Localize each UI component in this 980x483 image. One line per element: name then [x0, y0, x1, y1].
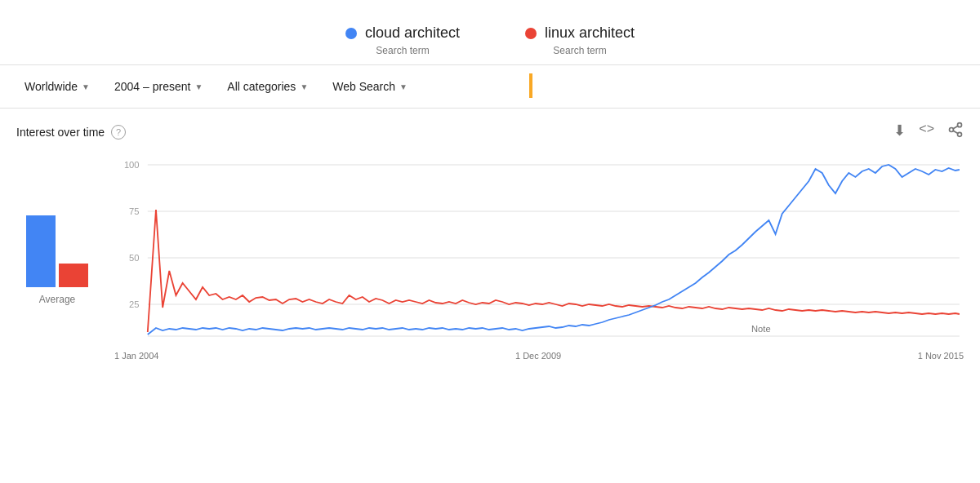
svg-text:25: 25	[129, 299, 139, 309]
location-filter[interactable]: Worldwide ▼	[16, 75, 98, 98]
search-type-filter[interactable]: Web Search ▼	[324, 75, 416, 98]
download-icon[interactable]: ⬇	[893, 122, 906, 142]
search-type-label: Web Search	[332, 80, 395, 93]
cloud-architect-label: cloud architect	[365, 24, 460, 42]
x-labels: 1 Jan 2004 1 Dec 2009 1 Nov 2015	[114, 351, 964, 361]
blue-line	[148, 165, 960, 335]
embed-icon[interactable]: <>	[919, 122, 934, 142]
x-label-2009: 1 Dec 2009	[515, 351, 561, 361]
category-filter[interactable]: All categories ▼	[219, 75, 316, 98]
chart-area: Average 100 75 50 25 Note 1 Jan 2004 1 D…	[0, 148, 980, 377]
filter-bar: Worldwide ▼ 2004 – present ▼ All categor…	[0, 64, 980, 109]
search-type-arrow: ▼	[399, 82, 408, 91]
svg-text:50: 50	[129, 253, 139, 263]
legend-item-linux-architect: linux architect Search term	[525, 24, 635, 56]
x-label-2004: 1 Jan 2004	[114, 351, 158, 361]
category-label: All categories	[227, 80, 296, 93]
main-chart: 100 75 50 25 Note 1 Jan 2004 1 Dec 2009 …	[114, 148, 964, 377]
legend: cloud architect Search term linux archit…	[0, 0, 980, 64]
location-label: Worldwide	[24, 80, 78, 93]
category-arrow: ▼	[300, 82, 308, 91]
svg-text:75: 75	[129, 206, 139, 216]
cloud-architect-sublabel: Search term	[376, 45, 429, 56]
legend-item-cloud-architect: cloud architect Search term	[345, 24, 460, 56]
chart-svg: 100 75 50 25 Note	[114, 157, 964, 344]
cloud-architect-dot	[345, 28, 357, 39]
linux-architect-sublabel: Search term	[553, 45, 606, 56]
svg-line-4	[953, 126, 958, 128]
date-filter[interactable]: 2004 – present ▼	[106, 75, 211, 98]
avg-bars	[26, 157, 88, 287]
avg-bar-red	[59, 264, 88, 287]
red-line	[148, 210, 960, 332]
help-icon[interactable]: ?	[111, 125, 126, 140]
yellow-indicator	[529, 73, 532, 98]
date-arrow: ▼	[194, 82, 203, 91]
average-section: Average	[16, 148, 98, 377]
svg-text:Note: Note	[751, 324, 771, 334]
avg-bar-blue	[26, 215, 56, 287]
linux-architect-dot	[525, 28, 537, 39]
section-header: Interest over time ? ⬇ <>	[0, 109, 980, 148]
date-label: 2004 – present	[114, 80, 190, 93]
svg-line-3	[953, 131, 958, 133]
share-icon[interactable]	[947, 122, 964, 142]
svg-text:100: 100	[124, 160, 140, 170]
location-arrow: ▼	[82, 82, 90, 91]
average-label: Average	[39, 294, 75, 305]
x-label-2015: 1 Nov 2015	[918, 351, 964, 361]
linux-architect-label: linux architect	[545, 24, 635, 42]
section-title: Interest over time	[16, 126, 105, 139]
